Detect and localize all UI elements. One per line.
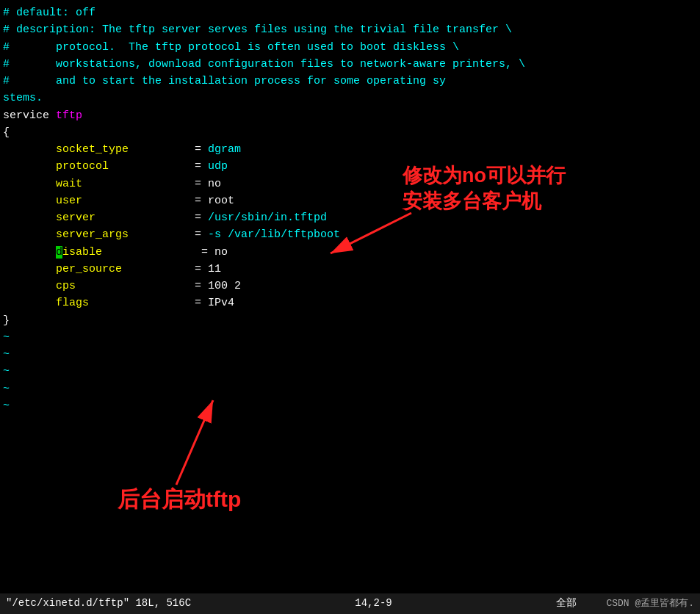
status-position: 14,2-9 <box>355 596 392 612</box>
line-server: server = /usr/sbin/in.tftpd <box>3 209 697 226</box>
line-service: service tftp <box>3 107 697 124</box>
line-flags: flags = IPv4 <box>3 295 697 311</box>
line-per-source: per_source = 11 <box>3 261 697 278</box>
line-brace-close: } <box>3 312 697 329</box>
line-1: # default: off <box>3 4 697 21</box>
terminal: # default: off # description: The tftp s… <box>0 0 700 614</box>
watermark: CSDN @孟里皆都有. <box>606 596 694 611</box>
line-protocol: protocol = udp <box>3 158 697 175</box>
line-user: user = root <box>3 192 697 209</box>
tilde-5: ~ <box>3 397 697 414</box>
line-disable: disable = no <box>3 244 697 261</box>
status-file-info: "/etc/xinetd.d/tftp" 18L, 516C <box>6 596 191 612</box>
line-2: # description: The tftp server serves fi… <box>3 21 697 38</box>
line-4: # workstations, download configuration f… <box>3 56 697 73</box>
line-server-args: server_args = -s /var/lib/tftpboot <box>3 226 697 243</box>
line-cps: cps = 100 2 <box>3 278 697 295</box>
tilde-3: ~ <box>3 363 697 380</box>
line-5b: stems. <box>3 90 697 106</box>
annotation-background-start: 后台启动tftp <box>118 485 241 513</box>
line-3: # protocol. The tftp protocol is often u… <box>3 39 697 56</box>
status-bar: "/etc/xinetd.d/tftp" 18L, 516C 14,2-9 全部… <box>0 593 700 614</box>
tilde-1: ~ <box>3 329 697 346</box>
tilde-4: ~ <box>3 380 697 397</box>
line-5: # and to start the installation process … <box>3 73 697 90</box>
line-socket-type: socket_type = dgram <box>3 141 697 158</box>
line-wait: wait = no <box>3 176 697 192</box>
status-percent: 全部 <box>556 596 577 612</box>
tilde-2: ~ <box>3 346 697 363</box>
line-brace-open: { <box>3 124 697 141</box>
